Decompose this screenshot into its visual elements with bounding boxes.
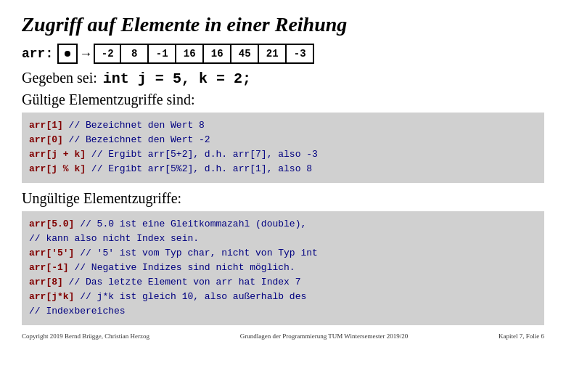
given-line: Gegeben sei: int j = 5, k = 2; (22, 70, 544, 87)
page-title: Zugriff auf Elemente in einer Reihung (22, 13, 544, 36)
invalid-code-line: arr[-1] // Negative Indizes sind nicht m… (29, 261, 537, 275)
invalid-code-line: arr[8] // Das letzte Element von arr hat… (29, 275, 537, 290)
arr-cell: 21 (259, 44, 287, 64)
arr-cell: 45 (231, 44, 259, 64)
valid-code-block: arr[1] // Bezeichnet den Wert 8arr[0] //… (22, 113, 544, 183)
given-code: int j = 5, k = 2; (103, 70, 251, 87)
arr-cell: 16 (204, 44, 231, 64)
invalid-code-line: // Indexbereiches (29, 304, 537, 319)
arr-cell: -2 (94, 44, 121, 64)
arr-cell: -1 (149, 44, 176, 64)
arr-row: arr: → -28-116164521-3 (22, 44, 544, 64)
invalid-code-line: arr[5.0] // 5.0 ist eine Gleitkommazahl … (29, 217, 537, 232)
valid-code-line: arr[1] // Bezeichnet den Wert 8 (29, 118, 537, 133)
arr-cells: -28-116164521-3 (94, 44, 314, 64)
footer: Copyright 2019 Bernd Brügge, Christian H… (22, 332, 544, 340)
valid-code-line: arr[j % k] // Ergibt arr[5%2], d.h. arr[… (29, 162, 537, 176)
valid-code-line: arr[j + k] // Ergibt arr[5+2], d.h. arr[… (29, 147, 537, 162)
footer-right: Kapitel 7, Folie 6 (499, 332, 544, 340)
invalid-code-line: // kann also nicht Index sein. (29, 232, 537, 246)
invalid-code-block: arr[5.0] // 5.0 ist eine Gleitkommazahl … (22, 211, 544, 325)
invalid-code-line: arr['5'] // '5' ist vom Typ char, nicht … (29, 246, 537, 261)
arr-pointer-arrow: → (79, 46, 92, 62)
footer-center: Grundlagen der Programmierung TUM Winter… (149, 332, 499, 340)
arr-label: arr: (22, 46, 53, 61)
valid-section-title: Gültige Elementzugriffe sind: (22, 91, 544, 108)
invalid-code-line: arr[j*k] // j*k ist gleich 10, also auße… (29, 290, 537, 304)
arr-ref-box (57, 44, 78, 64)
invalid-section-title: Ungültige Elementzugriffe: (22, 190, 544, 207)
footer-left: Copyright 2019 Bernd Brügge, Christian H… (22, 332, 149, 340)
given-label: Gegeben sei: (22, 70, 97, 86)
arr-cell: 16 (176, 44, 204, 64)
arr-cell: -3 (287, 44, 314, 64)
valid-code-line: arr[0] // Bezeichnet den Wert -2 (29, 133, 537, 147)
arr-cell: 8 (121, 44, 149, 64)
